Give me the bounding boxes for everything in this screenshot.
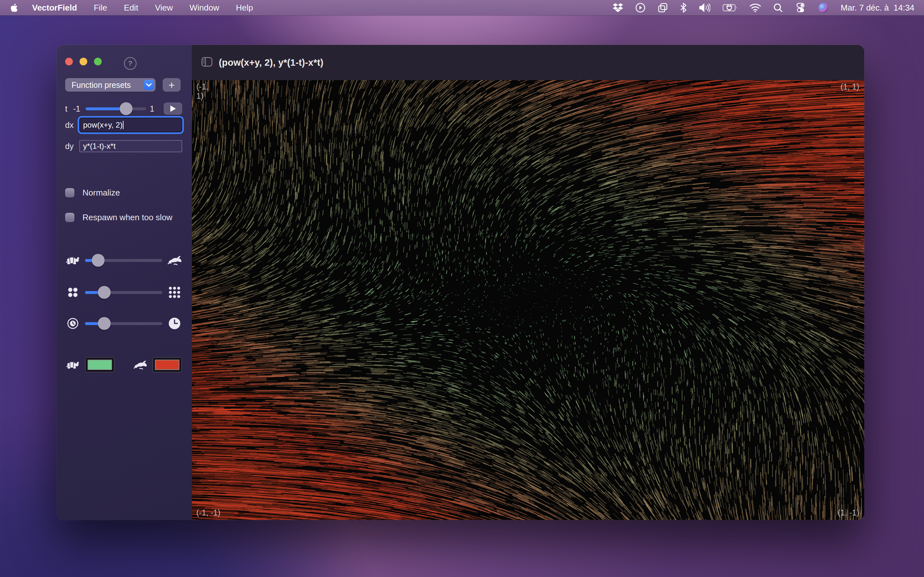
respawn-checkbox[interactable] xyxy=(65,213,74,222)
screen-copy-icon[interactable] xyxy=(658,3,668,13)
turtle-icon-small xyxy=(65,359,81,370)
normalize-checkbox[interactable] xyxy=(65,188,74,197)
minimize-button[interactable] xyxy=(79,58,87,65)
menu-file[interactable]: File xyxy=(94,3,107,13)
menu-window[interactable]: Window xyxy=(190,3,219,13)
vectorfield-window: ? Function presets + t -1 1 dx xyxy=(57,45,864,520)
t-slider[interactable] xyxy=(86,107,146,110)
close-button[interactable] xyxy=(65,58,73,65)
battery-charging-icon[interactable] xyxy=(722,4,737,11)
normalize-label: Normalize xyxy=(82,188,120,198)
help-button[interactable]: ? xyxy=(124,57,137,70)
respawn-label: Respawn when too slow xyxy=(82,213,172,222)
corner-label-top-left: (-1, 1) xyxy=(196,82,204,90)
volume-icon[interactable] xyxy=(699,3,710,13)
flow-field-canvas[interactable] xyxy=(192,80,864,520)
fast-color-swatch xyxy=(155,359,179,370)
menu-view[interactable]: View xyxy=(155,3,173,13)
text-cursor xyxy=(123,121,124,129)
window-title: (pow(x+y, 2), y*(1-t)-x*t) xyxy=(219,57,323,68)
spotlight-search-icon[interactable] xyxy=(773,3,783,13)
speed-slider-thumb[interactable] xyxy=(92,254,105,267)
sidebar: ? Function presets + t -1 1 dx xyxy=(57,45,192,520)
apple-menu-icon[interactable] xyxy=(10,3,18,13)
rabbit-icon xyxy=(167,255,182,266)
speed-slider[interactable] xyxy=(85,259,162,262)
play-icon xyxy=(170,105,176,113)
add-preset-button[interactable]: + xyxy=(163,78,181,92)
dy-input[interactable]: y*(1-t)-x*t xyxy=(79,140,182,152)
window-controls: ? xyxy=(65,58,182,65)
slow-color-swatch xyxy=(87,359,112,370)
corner-label-top-right: (1, 1) xyxy=(841,82,859,91)
wifi-icon[interactable] xyxy=(750,3,761,12)
function-presets-dropdown[interactable]: Function presets xyxy=(65,78,156,92)
t-min-label: -1 xyxy=(71,104,82,113)
duration-slider-thumb[interactable] xyxy=(98,317,111,330)
menubar-app-name[interactable]: VectorField xyxy=(32,3,77,13)
t-max-label: 1 xyxy=(150,104,154,113)
turtle-icon xyxy=(65,255,81,266)
zoom-button[interactable] xyxy=(94,58,102,65)
corner-label-bottom-right: (1, -1) xyxy=(838,508,859,517)
siri-icon[interactable] xyxy=(818,3,829,13)
flow-field-viewport[interactable]: (-1, 1) (1, 1) (-1, -1) (1, -1) xyxy=(192,80,864,520)
corner-label-bottom-left: (-1, -1) xyxy=(196,508,220,517)
t-label: t xyxy=(65,104,71,113)
control-center-icon[interactable] xyxy=(795,3,806,13)
t-slider-thumb[interactable] xyxy=(120,102,132,115)
toggle-sidebar-icon[interactable] xyxy=(202,57,212,68)
dy-label: dy xyxy=(65,142,79,151)
dots-dense-icon xyxy=(167,285,182,299)
chevron-down-icon xyxy=(144,80,154,90)
play-button[interactable] xyxy=(164,103,182,115)
dx-input[interactable]: pow(x+y, 2) xyxy=(79,118,182,132)
rabbit-icon-small xyxy=(132,359,148,370)
fast-color-well[interactable] xyxy=(152,357,182,372)
menu-edit[interactable]: Edit xyxy=(124,3,138,13)
duration-slider[interactable] xyxy=(85,322,162,325)
bluetooth-icon[interactable] xyxy=(680,3,687,13)
canvas-titlebar: (pow(x+y, 2), y*(1-t)-x*t) xyxy=(192,45,864,80)
menu-help[interactable]: Help xyxy=(236,3,253,13)
slow-color-well[interactable] xyxy=(85,357,115,372)
dx-value: pow(x+y, 2) xyxy=(83,121,123,129)
menubar-clock[interactable]: Mar. 7 déc. à 14:34 xyxy=(841,3,914,13)
density-slider[interactable] xyxy=(85,291,162,294)
clock-filled-icon xyxy=(167,317,182,330)
density-slider-thumb[interactable] xyxy=(98,286,111,299)
dots-sparse-icon xyxy=(65,286,81,299)
function-presets-label: Function presets xyxy=(65,81,131,90)
main-area: (pow(x+y, 2), y*(1-t)-x*t) (-1, 1) (1, 1… xyxy=(192,45,864,520)
clock-outline-icon xyxy=(65,318,81,330)
dropbox-icon[interactable] xyxy=(613,3,623,13)
dx-label: dx xyxy=(65,121,79,130)
dy-value: y*(1-t)-x*t xyxy=(83,142,115,151)
play-circle-icon[interactable] xyxy=(635,3,646,13)
menu-bar: VectorField File Edit View Window Help xyxy=(0,0,924,15)
